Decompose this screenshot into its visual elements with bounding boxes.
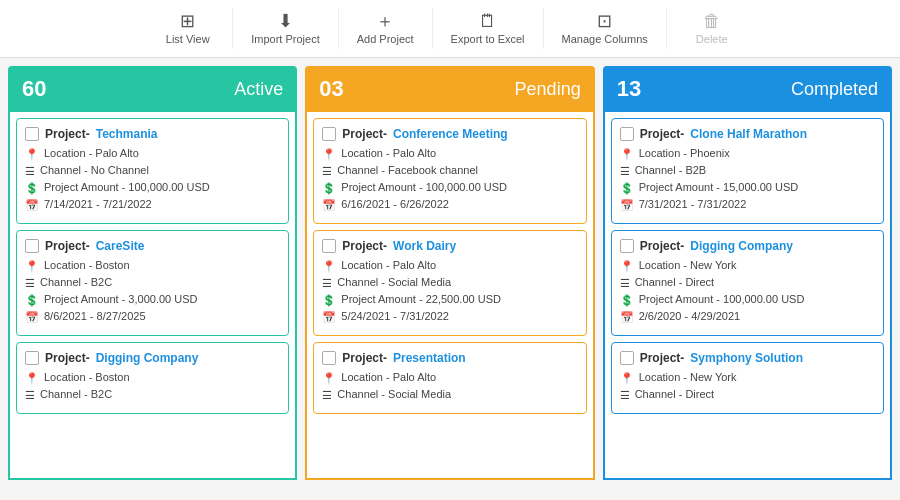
col-header-pending: 03 Pending [305,66,594,112]
title-name: Digging Company [690,239,793,253]
card-checkbox[interactable] [620,239,634,253]
card-location: 📍Location - New York [620,259,875,273]
card-dates: 📅6/16/2021 - 6/26/2022 [322,198,577,212]
title-prefix: Project- [342,351,387,365]
title-prefix: Project- [342,239,387,253]
dates-icon: 📅 [322,199,336,212]
card-channel: ☰Channel - B2C [25,276,280,290]
card-dates: 📅2/6/2020 - 4/29/2021 [620,310,875,324]
card-title-active-1: Project- CareSite [25,239,280,253]
manage-columns-icon: ⊡ [597,12,612,30]
col-label-pending: Pending [515,79,581,100]
card-channel: ☰Channel - Direct [620,388,875,402]
toolbar-manage-columns[interactable]: ⊡ Manage Columns [544,8,667,49]
channel-icon: ☰ [620,389,630,402]
dates-icon: 📅 [322,311,336,324]
col-count-completed: 13 [617,76,641,102]
toolbar-delete: 🗑 Delete [667,8,757,49]
card-title-active-0: Project- Techmania [25,127,280,141]
channel-icon: ☰ [322,277,332,290]
title-name: Clone Half Marathon [690,127,807,141]
location-icon: 📍 [25,260,39,273]
channel-icon: ☰ [322,389,332,402]
toolbar-list-view[interactable]: ⊞ List View [143,8,233,49]
card-title-completed-1: Project- Digging Company [620,239,875,253]
card-title-pending-1: Project- Work Dairy [322,239,577,253]
card-location: 📍Location - Palo Alto [25,147,280,161]
location-icon: 📍 [620,148,634,161]
col-label-completed: Completed [791,79,878,100]
card-location: 📍Location - Boston [25,371,280,385]
card-amount: 💲Project Amount - 100,000.00 USD [620,293,875,307]
dates-icon: 📅 [25,199,39,212]
card-pending-1: Project- Work Dairy 📍Location - Palo Alt… [313,230,586,336]
card-active-2: Project- Digging Company 📍Location - Bos… [16,342,289,414]
add-project-icon: ＋ [376,12,394,30]
location-icon: 📍 [322,148,336,161]
card-dates: 📅7/31/2021 - 7/31/2022 [620,198,875,212]
toolbar: ⊞ List View ⬇ Import Project ＋ Add Proje… [0,0,900,58]
card-title-pending-0: Project- Conference Meeting [322,127,577,141]
export-excel-label: Export to Excel [451,33,525,45]
toolbar-export-excel[interactable]: 🗒 Export to Excel [433,8,544,49]
card-location: 📍Location - Palo Alto [322,259,577,273]
card-channel: ☰Channel - Social Media [322,388,577,402]
card-dates: 📅8/6/2021 - 8/27/2025 [25,310,280,324]
title-prefix: Project- [640,127,685,141]
amount-icon: 💲 [25,182,39,195]
location-icon: 📍 [322,372,336,385]
channel-icon: ☰ [25,277,35,290]
import-project-icon: ⬇ [278,12,293,30]
card-location: 📍Location - Palo Alto [322,371,577,385]
card-channel: ☰Channel - Facebook channel [322,164,577,178]
card-checkbox[interactable] [25,351,39,365]
col-count-pending: 03 [319,76,343,102]
channel-icon: ☰ [322,165,332,178]
manage-columns-label: Manage Columns [562,33,648,45]
card-checkbox[interactable] [322,239,336,253]
card-amount: 💲Project Amount - 3,000.00 USD [25,293,280,307]
card-location: 📍Location - Phoenix [620,147,875,161]
title-prefix: Project- [45,351,90,365]
export-excel-icon: 🗒 [479,12,497,30]
card-pending-2: Project- Presentation 📍Location - Palo A… [313,342,586,414]
card-channel: ☰Channel - Social Media [322,276,577,290]
columns-header: 60 Active 03 Pending 13 Completed [0,58,900,112]
card-pending-0: Project- Conference Meeting 📍Location - … [313,118,586,224]
title-name: Conference Meeting [393,127,508,141]
list-view-icon: ⊞ [180,12,195,30]
location-icon: 📍 [25,372,39,385]
card-completed-0: Project- Clone Half Marathon 📍Location -… [611,118,884,224]
delete-icon: 🗑 [703,12,721,30]
card-amount: 💲Project Amount - 100,000.00 USD [322,181,577,195]
card-completed-1: Project- Digging Company 📍Location - New… [611,230,884,336]
card-location: 📍Location - Palo Alto [322,147,577,161]
location-icon: 📍 [25,148,39,161]
col-count-active: 60 [22,76,46,102]
card-checkbox[interactable] [25,127,39,141]
main-content: Project- Techmania 📍Location - Palo Alto… [0,112,900,488]
title-prefix: Project- [342,127,387,141]
delete-label: Delete [696,33,728,45]
card-amount: 💲Project Amount - 22,500.00 USD [322,293,577,307]
card-location: 📍Location - New York [620,371,875,385]
card-checkbox[interactable] [25,239,39,253]
title-name: Digging Company [96,351,199,365]
card-checkbox[interactable] [322,351,336,365]
column-active: Project- Techmania 📍Location - Palo Alto… [8,112,297,480]
toolbar-import-project[interactable]: ⬇ Import Project [233,8,338,49]
card-checkbox[interactable] [322,127,336,141]
add-project-label: Add Project [357,33,414,45]
title-prefix: Project- [45,127,90,141]
card-channel: ☰Channel - Direct [620,276,875,290]
amount-icon: 💲 [620,182,634,195]
list-view-label: List View [166,33,210,45]
title-prefix: Project- [640,239,685,253]
card-checkbox[interactable] [620,351,634,365]
card-title-active-2: Project- Digging Company [25,351,280,365]
location-icon: 📍 [620,260,634,273]
card-checkbox[interactable] [620,127,634,141]
title-prefix: Project- [640,351,685,365]
toolbar-add-project[interactable]: ＋ Add Project [339,8,433,49]
import-project-label: Import Project [251,33,319,45]
